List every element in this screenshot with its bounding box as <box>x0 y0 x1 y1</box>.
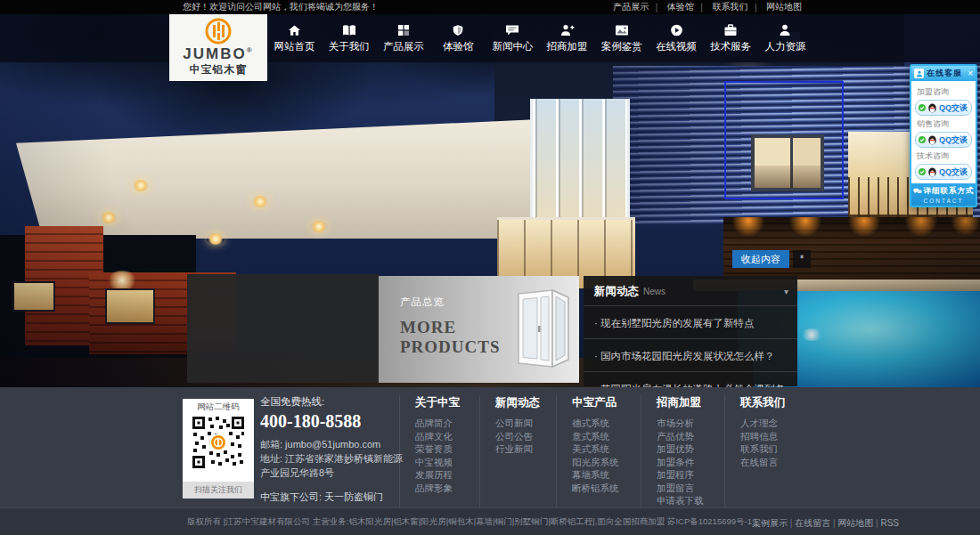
qq-chat-button[interactable]: QQ交谈 <box>915 100 972 116</box>
footer-link[interactable]: 品牌形象 <box>415 482 479 495</box>
news-item[interactable]: 花园阳光房在漫长的道路上必然会遇到各种挑战 <box>584 371 797 387</box>
nav-item-join[interactable]: 招商加盟 <box>542 14 592 62</box>
nav-item-label: 产品展示 <box>383 40 424 53</box>
chat-icon <box>505 23 519 36</box>
collapse-content-button[interactable]: 收起内容 <box>732 250 789 268</box>
news-panel: 新闻动态 News ▾ 现在别墅阳光房的发展有了新特点 国内市场花园阳光房发展状… <box>584 276 797 386</box>
chat-bubbles-icon <box>913 188 922 195</box>
logo-subtitle: 中宝铝木窗 <box>190 62 248 77</box>
news-subtitle: News <box>643 287 784 296</box>
footer-column-contact: 联系我们 人才理念 招聘信息 联系我们 在线留言 <box>724 395 811 507</box>
nav-item-tech[interactable]: 技术服务 <box>706 14 756 62</box>
grid-icon <box>397 23 410 36</box>
online-check-icon <box>919 104 926 111</box>
product-overview-banner[interactable]: 产品总览 MORE PRODUCTS <box>379 276 579 383</box>
footer-link[interactable]: 招聘信息 <box>740 430 811 443</box>
footer-link[interactable]: 联系我们 <box>740 442 811 456</box>
contact-detail-button[interactable]: 详细联系方式 CONTACT <box>911 183 976 206</box>
copyright-text: 版权所有 |江苏中宝建材有限公司 主营业务:铝木阳光房|铝木窗|阳光房|铜包木|… <box>187 516 752 528</box>
topbar-link-sitemap[interactable]: 网站地图 <box>766 2 802 12</box>
collapse-aux-button[interactable]: * <box>793 250 811 268</box>
nav-item-label: 案例鉴赏 <box>601 40 642 53</box>
qr-caption: 扫描关注我们 <box>183 482 254 499</box>
online-check-icon <box>919 136 926 143</box>
nav-item-label: 关于我们 <box>329 40 370 53</box>
footer-link[interactable]: 意式系统 <box>572 430 641 443</box>
footer-link[interactable]: 申请表下载 <box>657 494 724 507</box>
footer-link[interactable]: 加盟优势 <box>657 442 724 456</box>
footer-link[interactable]: 荣誉资质 <box>415 442 479 456</box>
bottom-link-rss[interactable]: RSS <box>880 518 899 528</box>
footer-contact: 全国免费热线: 400-180-8588 邮箱: jumbo@51jumbo.c… <box>260 395 410 504</box>
footer-link[interactable]: 断桥铝系统 <box>572 482 641 495</box>
footer-link[interactable]: 在线留言 <box>740 456 811 469</box>
topbar-link-experience[interactable]: 体验馆 <box>667 2 706 12</box>
product-banner-dark[interactable] <box>187 274 379 383</box>
topbar-link-products[interactable]: 产品展示 <box>613 2 661 12</box>
qq-group-label: 技术咨询 <box>917 150 972 162</box>
footer-link[interactable]: 公司公告 <box>495 430 556 443</box>
footer-link[interactable]: 中宝视频 <box>415 456 479 469</box>
online-service-header: 在线客服 × <box>911 66 976 81</box>
user-plus-icon <box>560 23 575 36</box>
nav-item-about[interactable]: 关于我们 <box>323 14 374 62</box>
footer-link[interactable]: 产品优势 <box>657 430 724 443</box>
bottom-links: 案例展示 在线留言 网站地图 RSS <box>752 514 899 530</box>
person-icon <box>914 69 924 78</box>
footer-link[interactable]: 加盟留言 <box>657 482 724 495</box>
topbar-links: 产品展示 体验馆 联系我们 网站地图 <box>609 1 802 13</box>
footer-link[interactable]: 市场分析 <box>657 417 724 430</box>
footer-link[interactable]: 发展历程 <box>415 468 479 482</box>
qr-code-image <box>191 415 246 470</box>
book-icon <box>342 23 356 36</box>
bottom-link-sitemap[interactable]: 网站地图 <box>837 518 880 528</box>
qq-chat-button[interactable]: QQ交谈 <box>915 132 972 148</box>
footer-link[interactable]: 品牌简介 <box>415 417 479 430</box>
footer-column-title: 中宝产品 <box>572 395 641 410</box>
close-icon[interactable]: × <box>968 69 973 78</box>
nav-item-home[interactable]: 网站首页 <box>269 14 320 62</box>
online-service-panel: 在线客服 × 加盟咨询 QQ交谈 销售咨询 QQ交谈 技术咨询 QQ交谈 详细联… <box>910 64 977 207</box>
nav-item-label: 新闻中心 <box>492 40 533 53</box>
shield-icon <box>452 23 464 36</box>
footer-column-title: 关于中宝 <box>415 395 479 410</box>
hotline-label: 全国免费热线: <box>260 395 410 409</box>
hero-overlays: 收起内容 * 产品总览 MORE PRODUCTS <box>0 14 980 387</box>
footer-link[interactable]: 品牌文化 <box>415 430 479 443</box>
nav-item-experience[interactable]: 体验馆 <box>433 14 484 62</box>
footer-link[interactable]: 美式系统 <box>572 442 641 456</box>
home-icon <box>288 23 301 36</box>
photo-icon <box>615 23 629 36</box>
bottom-link-message[interactable]: 在线留言 <box>795 518 837 528</box>
nav-item-news[interactable]: 新闻中心 <box>487 14 538 62</box>
footer-link[interactable]: 德式系统 <box>572 417 641 430</box>
online-check-icon <box>919 168 926 175</box>
news-item[interactable]: 国内市场花园阳光房发展状况怎么样？ <box>584 338 797 371</box>
footer-link[interactable]: 阳光房系统 <box>572 456 641 469</box>
topbar-link-contact[interactable]: 联系我们 <box>712 2 760 12</box>
footer-link[interactable]: 行业新闻 <box>495 442 556 456</box>
news-item[interactable]: 现在别墅阳光房的发展有了新特点 <box>584 305 797 338</box>
asterisk-icon: * <box>800 253 804 265</box>
contact-detail-sub: CONTACT <box>912 198 975 204</box>
chevron-down-icon[interactable]: ▾ <box>784 287 788 296</box>
user-icon <box>779 23 791 36</box>
nav-item-cases[interactable]: 案例鉴赏 <box>596 14 647 62</box>
nav-item-products[interactable]: 产品展示 <box>378 14 429 62</box>
address-line: 地址: 江苏省张家港妙桥镇新能源产业园兄华路8号 <box>260 451 410 480</box>
footer-column-title: 联系我们 <box>740 395 811 410</box>
bottom-link-cases[interactable]: 案例展示 <box>752 518 795 528</box>
online-service-title: 在线客服 <box>927 68 968 79</box>
footer-link[interactable]: 公司新闻 <box>495 417 556 430</box>
logo[interactable]: JUMBO® 中宝铝木窗 <box>169 14 267 81</box>
logo-brand: JUMBO® <box>183 46 253 61</box>
nav-item-hr[interactable]: 人力资源 <box>760 14 811 62</box>
footer-link[interactable]: 幕墙系统 <box>572 468 641 482</box>
footer-link[interactable]: 加盟程序 <box>657 468 724 482</box>
qq-chat-button[interactable]: QQ交谈 <box>915 164 972 180</box>
footer-link[interactable]: 人才理念 <box>740 417 811 430</box>
qr-card: 网站二维码 <box>183 399 254 499</box>
bottom-bar: 版权所有 |江苏中宝建材有限公司 主营业务:铝木阳光房|铝木窗|阳光房|铜包木|… <box>0 507 980 535</box>
footer-link[interactable]: 加盟条件 <box>657 456 724 469</box>
nav-item-video[interactable]: 在线视频 <box>651 14 702 62</box>
